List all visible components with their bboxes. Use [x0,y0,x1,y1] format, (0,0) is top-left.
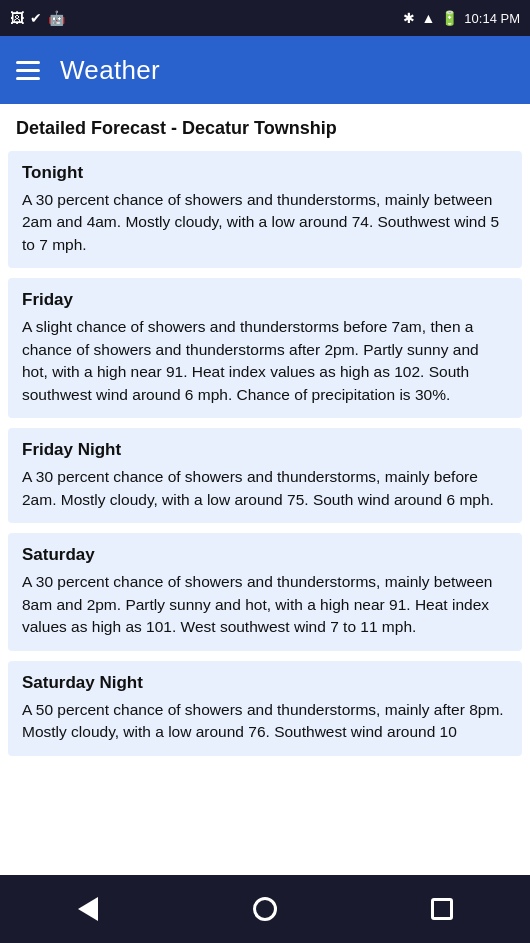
home-button[interactable] [235,887,295,931]
signal-icon: ▲ [421,10,435,26]
android-icon: 🤖 [48,10,65,26]
page-heading: Detailed Forecast - Decatur Township [0,104,530,151]
back-button[interactable] [58,887,118,931]
done-icon: ✔ [30,10,42,26]
home-icon [253,897,277,921]
forecast-period: Saturday Night [22,673,508,693]
forecast-description: A 30 percent chance of showers and thund… [22,466,508,511]
forecast-card: Saturday NightA 50 percent chance of sho… [8,661,522,756]
recent-icon [431,898,453,920]
hamburger-line-1 [16,61,40,64]
app-bar: Weather [0,36,530,104]
bottom-navigation [0,875,530,943]
status-bar: 🖼 ✔ 🤖 ✱ ▲ 🔋 10:14 PM [0,0,530,36]
forecast-card: SaturdayA 30 percent chance of showers a… [8,533,522,650]
status-left-icons: 🖼 ✔ 🤖 [10,10,65,26]
forecast-period: Friday Night [22,440,508,460]
time-display: 10:14 PM [464,11,520,26]
forecast-description: A slight chance of showers and thunderst… [22,316,508,406]
menu-button[interactable] [16,61,40,80]
forecast-card: TonightA 30 percent chance of showers an… [8,151,522,268]
forecast-description: A 30 percent chance of showers and thund… [22,189,508,256]
back-icon [78,897,98,921]
app-title: Weather [60,55,160,86]
forecast-description: A 30 percent chance of showers and thund… [22,571,508,638]
forecast-description: A 50 percent chance of showers and thund… [22,699,508,744]
recent-apps-button[interactable] [412,887,472,931]
forecast-list: TonightA 30 percent chance of showers an… [0,151,530,875]
hamburger-line-3 [16,77,40,80]
gallery-icon: 🖼 [10,10,24,26]
forecast-card: Friday NightA 30 percent chance of showe… [8,428,522,523]
forecast-period: Tonight [22,163,508,183]
forecast-card: FridayA slight chance of showers and thu… [8,278,522,418]
hamburger-line-2 [16,69,40,72]
forecast-period: Friday [22,290,508,310]
battery-icon: 🔋 [441,10,458,26]
status-right-icons: ✱ ▲ 🔋 10:14 PM [403,10,520,26]
forecast-period: Saturday [22,545,508,565]
bluetooth-icon: ✱ [403,10,415,26]
